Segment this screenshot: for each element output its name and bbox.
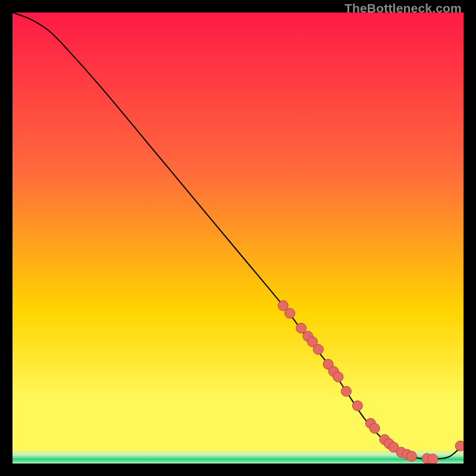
marker-group <box>278 300 464 464</box>
data-marker <box>296 323 306 333</box>
chart-overlay-svg <box>12 12 464 464</box>
data-marker <box>285 308 295 318</box>
data-marker <box>428 454 438 464</box>
plot-area <box>12 12 464 464</box>
data-marker <box>369 423 380 433</box>
bottleneck-curve <box>12 12 464 459</box>
data-marker <box>352 400 362 411</box>
data-marker <box>406 451 416 461</box>
data-marker <box>333 372 343 382</box>
chart-stage: TheBottleneck.com <box>0 0 476 476</box>
data-marker <box>313 345 323 355</box>
data-marker <box>455 441 464 451</box>
data-marker <box>341 386 351 396</box>
